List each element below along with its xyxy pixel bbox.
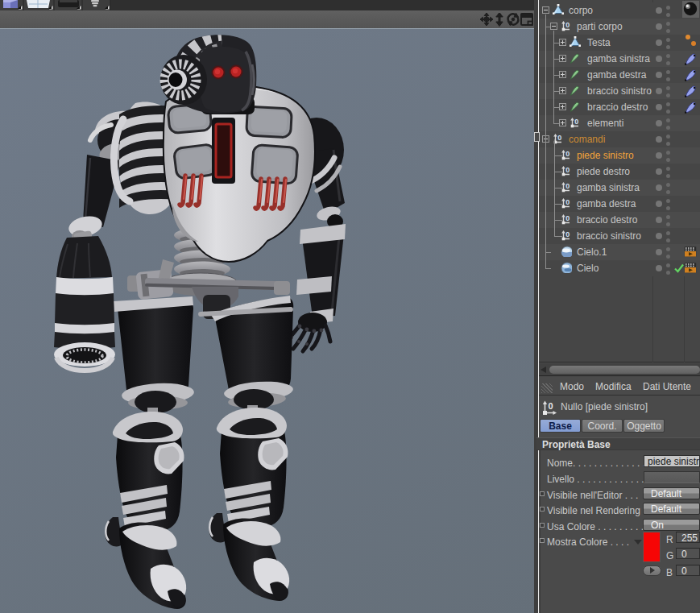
svg-text:0: 0 <box>549 401 553 411</box>
svg-text:0: 0 <box>565 182 570 190</box>
svg-text:0: 0 <box>565 150 570 158</box>
svg-text:0: 0 <box>565 230 570 238</box>
svg-text:0: 0 <box>565 166 570 174</box>
svg-text:0: 0 <box>565 214 570 222</box>
svg-text:0: 0 <box>565 21 570 29</box>
svg-text:0: 0 <box>565 198 570 206</box>
svg-text:0: 0 <box>557 134 561 142</box>
svg-text:0: 0 <box>574 118 578 126</box>
